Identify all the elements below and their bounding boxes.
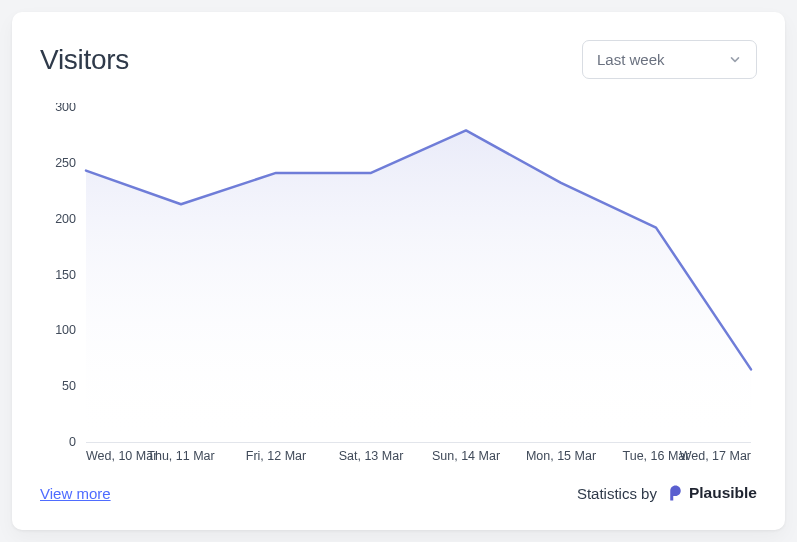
svg-text:Mon, 15 Mar: Mon, 15 Mar <box>526 449 596 463</box>
range-select[interactable]: Last week <box>582 40 757 79</box>
view-more-link[interactable]: View more <box>40 485 111 502</box>
svg-text:Wed, 17 Mar: Wed, 17 Mar <box>680 449 751 463</box>
chevron-down-icon <box>728 53 742 67</box>
card-header: Visitors Last week <box>40 40 757 79</box>
visitors-card: Visitors Last week 050100150200250300Wed… <box>12 12 785 530</box>
svg-text:Fri, 12 Mar: Fri, 12 Mar <box>246 449 306 463</box>
page-title: Visitors <box>40 44 129 76</box>
svg-text:150: 150 <box>55 268 76 282</box>
attribution-text: Statistics by <box>577 485 657 502</box>
visitors-chart: 050100150200250300Wed, 10 MarThu, 11 Mar… <box>40 103 757 470</box>
svg-text:Sun, 14 Mar: Sun, 14 Mar <box>432 449 500 463</box>
svg-text:250: 250 <box>55 156 76 170</box>
svg-text:200: 200 <box>55 212 76 226</box>
range-select-label: Last week <box>597 51 665 68</box>
plausible-logo-text: Plausible <box>689 484 757 502</box>
svg-text:50: 50 <box>62 379 76 393</box>
svg-text:0: 0 <box>69 435 76 449</box>
plausible-logo: Plausible <box>665 484 757 502</box>
svg-text:100: 100 <box>55 323 76 337</box>
plausible-logo-icon <box>665 484 683 502</box>
chart-svg: 050100150200250300Wed, 10 MarThu, 11 Mar… <box>40 103 757 470</box>
card-footer: View more Statistics by Plausible <box>40 484 757 502</box>
svg-text:Thu, 11 Mar: Thu, 11 Mar <box>147 449 214 463</box>
attribution: Statistics by Plausible <box>577 484 757 502</box>
svg-text:300: 300 <box>55 103 76 114</box>
svg-text:Sat, 13 Mar: Sat, 13 Mar <box>339 449 404 463</box>
